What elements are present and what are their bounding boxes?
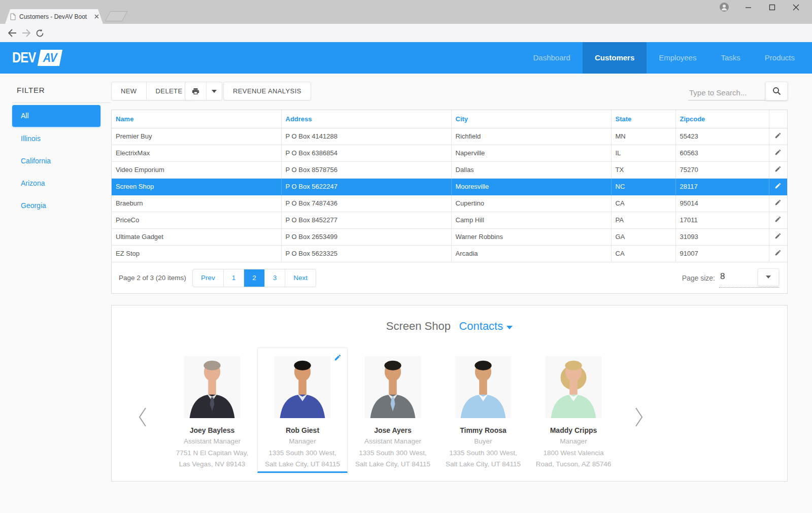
cell-state: TX [611,161,675,178]
tab-close-icon[interactable] [94,14,99,19]
back-button[interactable] [5,26,19,40]
table-row[interactable]: EZ Stop P O Box 5623325 Arcadia CA 91007 [112,245,787,262]
edit-row-button[interactable] [769,161,787,178]
minimize-button[interactable] [743,2,753,12]
page-size-value: 8 [720,271,725,282]
new-delete-group: NEW DELETE [111,82,192,100]
chevron-right-icon [634,407,644,427]
table-row[interactable]: Video Emporium P O Box 8578756 Dallas TX… [112,161,787,178]
app-header: DEV AV Dashboard Customers Employees Tas… [0,42,812,74]
cell-name: Video Emporium [112,161,281,178]
pager: Page 2 of 3 (20 items) Prev 1 2 3 Next P… [112,262,787,293]
nav-item-dashboard[interactable]: Dashboard [521,42,583,74]
cell-city: Arcadia [451,245,611,262]
search-input[interactable] [688,85,765,100]
cell-city: Mooresville [451,178,611,195]
contact-photo [274,356,331,418]
table-row[interactable]: ElectrixMax P O Box 6386854 Naperville I… [112,145,787,161]
column-header-zipcode[interactable]: Zipcode [675,110,769,128]
cell-address: P O Box 5622247 [281,178,451,195]
devav-logo[interactable]: DEV AV [12,49,61,66]
contacts-dropdown-link[interactable]: Contacts [459,320,503,332]
close-window-button[interactable] [791,2,801,12]
contact-card[interactable]: Timmy Roosa Buyer 1335 South 300 West, S… [438,348,528,473]
page-size-dropdown-button[interactable] [758,268,779,286]
table-row[interactable]: Braeburn P O Box 7487436 Cupertino CA 95… [112,195,787,212]
cell-zipcode: 60563 [675,145,769,161]
chevron-down-icon [766,276,771,279]
table-row-selected[interactable]: Screen Shop P O Box 5622247 Mooresville … [112,178,787,195]
page-size-select[interactable]: 8 [719,268,779,288]
contacts-panel: Screen Shop Contacts Joey Bayless Assist… [111,305,788,482]
edit-row-button[interactable] [769,195,787,212]
edit-contact-icon[interactable] [334,354,342,361]
chevron-left-icon [138,407,147,427]
contact-role: Manager [528,436,619,448]
nav-item-customers[interactable]: Customers [583,42,647,74]
page-icon [10,13,16,20]
revenue-analysis-button[interactable]: REVENUE ANALYSIS [224,82,311,100]
column-header-city[interactable]: City [451,110,611,128]
contact-card[interactable]: Joey Bayless Assistant Manager 7751 N El… [167,348,257,473]
page-1-button[interactable]: 1 [223,269,244,287]
edit-row-button[interactable] [769,178,787,195]
contact-photo [364,356,421,418]
edit-row-button[interactable] [769,245,787,262]
filter-divider [12,102,111,103]
cell-address: P O Box 8578756 [281,161,451,178]
contact-card[interactable]: Maddy Cripps Manager 1800 West Valencia … [528,348,619,473]
chevron-down-icon[interactable] [506,326,513,329]
contact-name: Jose Ayers [348,425,438,436]
cell-name: Premier Buy [112,128,281,145]
prev-page-button[interactable]: Prev [193,269,223,287]
new-button[interactable]: NEW [112,82,146,100]
print-button[interactable] [185,82,206,100]
print-dropdown-button[interactable] [206,82,222,100]
forward-button[interactable] [19,26,33,40]
filter-item-georgia[interactable]: Georgia [12,194,100,217]
profile-icon[interactable] [719,2,729,12]
contact-address-line1: 7751 N El Capitan Way, [167,448,257,459]
browser-titlebar: Customers - DevAV Boot [0,0,812,24]
cell-zipcode: 28117 [675,178,769,195]
contact-card-selected[interactable]: Rob Giest Manager 1335 South 300 West, S… [257,348,348,473]
search-icon [772,87,781,95]
contact-address-line1: 1335 South 300 West, [438,448,528,459]
carousel-prev-button[interactable] [136,406,149,428]
filter-item-all[interactable]: All [12,105,100,127]
cell-name: PriceCo [112,212,281,228]
new-tab-button[interactable] [105,11,128,21]
nav-item-employees[interactable]: Employees [647,42,708,74]
edit-row-button[interactable] [769,212,787,228]
table-row[interactable]: Premier Buy P O Box 4141288 Richfield MN… [112,128,787,145]
search-button[interactable] [765,82,788,100]
filter-item-california[interactable]: California [12,150,100,172]
contact-address-line1: 1335 South 300 West, [348,448,438,459]
next-page-button[interactable]: Next [285,269,316,287]
cell-address: P O Box 2653499 [281,228,451,245]
maximize-button[interactable] [767,2,777,12]
page-3-button[interactable]: 3 [264,269,285,287]
column-header-state[interactable]: State [611,110,675,128]
edit-row-button[interactable] [769,145,787,161]
contact-address-line2: Las Vegas, NV 89143 [167,459,257,470]
page-size-label: Page size: [682,274,715,282]
edit-row-button[interactable] [769,228,787,245]
cell-name: Ultimate Gadget [112,228,281,245]
logo-av-box: AV [38,50,62,66]
table-row[interactable]: PriceCo P O Box 8452277 Camp Hill PA 170… [112,212,787,228]
column-header-address[interactable]: Address [281,110,451,128]
filter-item-illinois[interactable]: Illinois [12,127,100,150]
contact-card[interactable]: Jose Ayers Assistant Manager 1335 South … [348,348,438,473]
filter-item-arizona[interactable]: Arizona [12,172,100,194]
column-header-name[interactable]: Name [112,110,281,128]
carousel-next-button[interactable] [632,406,646,428]
browser-tab[interactable]: Customers - DevAV Boot [5,9,103,24]
table-row[interactable]: Ultimate Gadget P O Box 2653499 Warner R… [112,228,787,245]
nav-item-tasks[interactable]: Tasks [708,42,752,74]
edit-row-button[interactable] [769,128,787,145]
page-2-button[interactable]: 2 [244,269,264,287]
reload-button[interactable] [32,26,47,40]
cell-zipcode: 75270 [675,161,769,178]
nav-item-products[interactable]: Products [753,42,807,74]
